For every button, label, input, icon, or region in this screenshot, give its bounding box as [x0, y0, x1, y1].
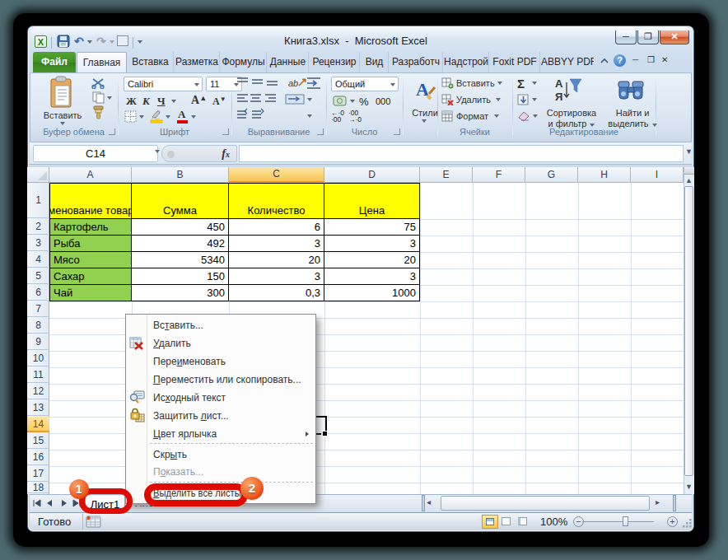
svg-text:А: А [555, 77, 563, 90]
svg-text:Я: Я [555, 91, 562, 103]
svg-text:ab: ab [288, 78, 298, 88]
